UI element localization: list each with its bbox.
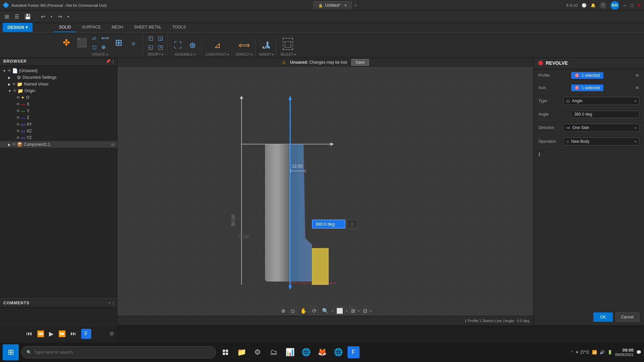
- tab-sheet-metal[interactable]: SHEET METAL: [128, 23, 167, 32]
- zoom-dropdown[interactable]: ▾: [331, 309, 333, 313]
- design-button[interactable]: DESIGN ▾: [3, 23, 33, 32]
- direction-dropdown[interactable]: ⇒ One Side ▾: [563, 124, 639, 132]
- ok-button[interactable]: OK: [593, 312, 612, 322]
- tree-item-namedviews[interactable]: ▶ 👁 📁 Named Views: [0, 81, 117, 87]
- assemble-label[interactable]: ASSEMBLE ▾: [175, 53, 196, 56]
- grid-dropdown[interactable]: ▾: [358, 309, 360, 313]
- tab-close-btn[interactable]: ×: [344, 3, 347, 8]
- inspect-label[interactable]: INSPECT ▾: [235, 53, 253, 56]
- taskbar-chrome[interactable]: 🌐: [299, 346, 313, 359]
- create-btn-2[interactable]: ⬛: [74, 36, 89, 49]
- next-btn[interactable]: ⏩: [58, 330, 66, 338]
- taskbar-files[interactable]: 🗂: [267, 346, 280, 359]
- modify-label[interactable]: MODIFY ▾: [148, 53, 163, 56]
- taskbar-task-view[interactable]: [219, 346, 232, 359]
- prev-btn[interactable]: ⏪: [37, 330, 44, 338]
- bell-btn[interactable]: 🔔: [591, 3, 596, 8]
- maximize-btn[interactable]: □: [631, 3, 633, 8]
- type-dropdown[interactable]: ◇ Angle ▾: [563, 97, 639, 105]
- orbit-btn[interactable]: ⟳: [310, 307, 319, 315]
- create-btn-7[interactable]: ⊞: [112, 36, 125, 49]
- tree-item-yz[interactable]: 👁 ▭ YZ: [0, 134, 117, 141]
- axis-clear-btn[interactable]: ✕: [635, 85, 639, 90]
- file-tab[interactable]: 🔒 Untitled* ×: [313, 1, 352, 9]
- tree-item-xz[interactable]: 👁 ▭ XZ: [0, 128, 117, 134]
- display-dropdown[interactable]: ▾: [346, 309, 347, 313]
- angle-field[interactable]: [571, 111, 639, 118]
- angle-input[interactable]: 360.0 deg: [312, 220, 345, 229]
- modify-btn-1[interactable]: ◰: [147, 34, 155, 42]
- grid-toggle-btn[interactable]: ⊞: [349, 307, 357, 315]
- playback-app-icon[interactable]: F: [81, 329, 91, 339]
- volume-icon[interactable]: 🔊: [600, 350, 605, 355]
- save-button[interactable]: Save: [351, 59, 369, 66]
- start-button[interactable]: ⊞: [3, 344, 19, 360]
- redo-btn[interactable]: ↪: [56, 12, 64, 21]
- fit-view-btn[interactable]: ⊡: [289, 308, 297, 314]
- assemble-btn-1[interactable]: ⛶: [171, 39, 184, 51]
- modify-btn-4[interactable]: ◳: [156, 43, 165, 51]
- minimize-btn[interactable]: ─: [623, 3, 627, 8]
- taskbar-explorer[interactable]: 📁: [235, 346, 248, 359]
- select-btn-1[interactable]: ⬚: [281, 37, 295, 51]
- assemble-btn-2[interactable]: ⊛: [186, 39, 199, 51]
- tree-item-z[interactable]: 👁 — Z: [0, 114, 117, 121]
- add-tab-btn[interactable]: +: [355, 3, 357, 8]
- grid-btn[interactable]: ⊞: [3, 12, 11, 21]
- search-bar[interactable]: 🔍: [21, 346, 216, 358]
- axis-selected-pill[interactable]: 🎯 1 selected: [571, 84, 603, 91]
- construct-btn-1[interactable]: ⊿: [211, 39, 224, 51]
- create-label[interactable]: CREATE ▾: [92, 53, 108, 56]
- clock-btn[interactable]: 🕐: [582, 3, 587, 8]
- profile-selected-pill[interactable]: 🎯 1 selected: [571, 72, 603, 79]
- create-btn-3[interactable]: ▱: [91, 34, 98, 42]
- snap-btn[interactable]: ⊟: [361, 307, 369, 315]
- tab-surface[interactable]: SURFACE: [76, 23, 106, 32]
- undo-btn[interactable]: ↩: [39, 12, 47, 21]
- tab-solid[interactable]: SOLID: [54, 23, 76, 32]
- tree-item-xy[interactable]: 👁 ▭ XY: [0, 121, 117, 128]
- display-mode-btn[interactable]: ⬜: [334, 307, 345, 315]
- inspect-btn-1[interactable]: ⟺: [236, 39, 252, 51]
- tree-item-o[interactable]: 👁 ✦ O: [0, 94, 117, 101]
- notification-count[interactable]: 8 of 10: [566, 3, 578, 7]
- notification-center-btn[interactable]: 💬: [636, 350, 641, 355]
- tree-item-docsettings[interactable]: ▶ 👁 ⚙ Document Settings: [0, 74, 117, 81]
- taskbar-app1[interactable]: 📊: [283, 346, 297, 359]
- viewport[interactable]: ⚠ Unsaved: Changes may be lost Save: [117, 57, 533, 325]
- tab-mesh[interactable]: MESH: [106, 23, 129, 32]
- user-avatar[interactable]: KH: [610, 1, 619, 10]
- create-btn-1[interactable]: ✤: [60, 36, 73, 49]
- tree-item-y[interactable]: 👁 — Y: [0, 108, 117, 114]
- create-btn-6[interactable]: ⊕: [100, 43, 111, 51]
- redo-dropdown-btn[interactable]: ▾: [65, 14, 71, 19]
- play-btn[interactable]: ▶: [49, 330, 54, 338]
- network-icon[interactable]: 📶: [592, 350, 597, 355]
- save-btn[interactable]: 💾: [22, 12, 33, 21]
- select-label[interactable]: SELECT ▾: [280, 53, 296, 56]
- home-view-btn[interactable]: ⊕: [279, 307, 287, 315]
- undo-dropdown-btn[interactable]: ▾: [49, 14, 54, 19]
- operation-dropdown[interactable]: ○ New Body ▾: [563, 137, 639, 145]
- close-btn[interactable]: ✕: [637, 3, 641, 8]
- taskbar-settings[interactable]: ⚙: [251, 346, 264, 359]
- angle-more-btn[interactable]: ⋮: [347, 220, 357, 228]
- insert-label[interactable]: INSERT ▾: [259, 53, 274, 56]
- browser-collapse-btn[interactable]: |: [113, 59, 114, 64]
- chevron-icon[interactable]: ^: [571, 350, 573, 354]
- create-btn-8[interactable]: ⬦: [127, 36, 140, 49]
- tree-item-unsaved[interactable]: ▼ 👁 📄 (Unsaved): [0, 67, 117, 74]
- modify-btn-3[interactable]: ◲: [156, 34, 165, 42]
- snap-dropdown[interactable]: ▾: [370, 309, 372, 313]
- info-btn[interactable]: ℹ: [538, 152, 540, 157]
- tree-item-x[interactable]: 👁 — X: [0, 101, 117, 108]
- comments-collapse-btn[interactable]: |: [113, 301, 114, 305]
- taskbar-firefox[interactable]: 🦊: [315, 346, 329, 359]
- modify-btn-2[interactable]: ◱: [147, 43, 155, 51]
- pan-btn[interactable]: ✋: [298, 307, 309, 315]
- zoom-btn[interactable]: 🔍: [320, 307, 331, 315]
- playback-settings-btn[interactable]: ⚙: [109, 330, 114, 337]
- create-btn-5[interactable]: ⟺: [100, 34, 111, 42]
- taskbar-fusion[interactable]: F: [347, 346, 360, 358]
- profile-clear-btn[interactable]: ✕: [635, 73, 639, 78]
